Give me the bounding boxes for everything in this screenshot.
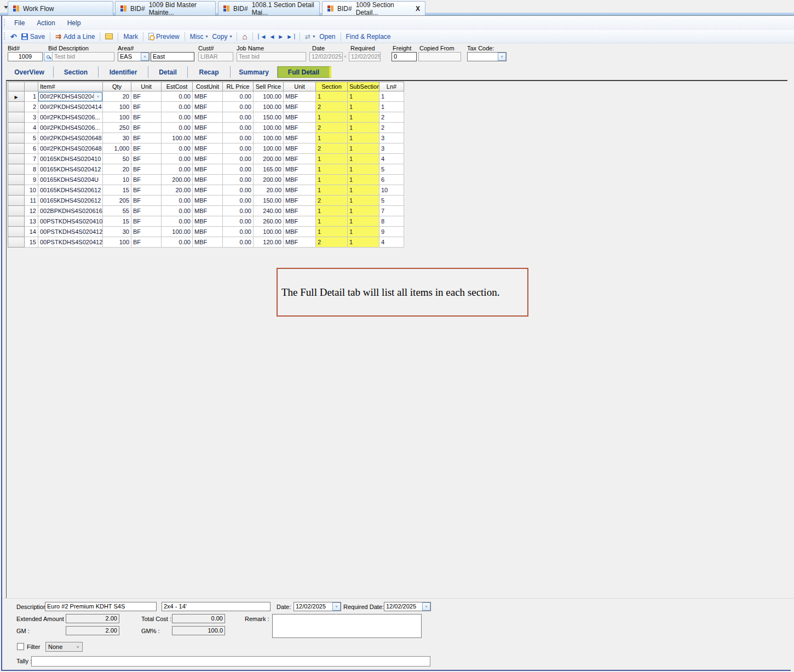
save-button[interactable]: Save — [19, 33, 47, 41]
nav-first-button[interactable]: ▏◀ — [256, 34, 268, 39]
grid-cell-ln[interactable]: 10 — [379, 185, 404, 196]
grid-cell-ln[interactable]: 2 — [379, 123, 404, 133]
grid-cell-cost-unit[interactable]: MBF — [193, 175, 223, 185]
grid-cell-qty[interactable]: 100 — [103, 237, 131, 248]
grid-cell-section[interactable]: 1 — [316, 227, 348, 237]
grid-cell-item[interactable]: 00#2PKDHS4S0206... — [38, 112, 103, 123]
grid-cell-sell-price[interactable]: 120.00 — [254, 237, 284, 248]
grid-cell-qty[interactable]: 20 — [103, 91, 131, 102]
grid-cell-est-cost[interactable]: 0.00 — [162, 143, 193, 154]
grid-cell-section[interactable]: 2 — [316, 196, 348, 206]
row-selector[interactable] — [8, 154, 25, 164]
grid-cell-ln[interactable]: 9 — [379, 227, 404, 237]
close-icon[interactable]: X — [416, 5, 420, 13]
grid-cell-unit[interactable]: BF — [131, 112, 162, 123]
grid-cell-num[interactable]: 14 — [25, 227, 38, 237]
grid-cell-ln[interactable]: 1 — [379, 91, 404, 102]
grid-cell-unit[interactable]: BF — [131, 102, 162, 112]
grid-cell-sell-price[interactable]: 150.00 — [254, 112, 284, 123]
grid-cell-section[interactable]: 1 — [316, 91, 348, 102]
tab-section-detail-1008[interactable]: BID# 1008.1 Section Detail Mai... — [218, 1, 320, 15]
description2-field[interactable]: 2x4 - 14' — [162, 602, 271, 611]
grid-cell-num[interactable]: 12 — [25, 206, 38, 216]
grid-cell-subsection[interactable]: 1 — [348, 154, 379, 164]
row-selector[interactable] — [8, 102, 25, 112]
grid-cell-item[interactable]: 002BPKDHS4S020616 — [38, 206, 103, 216]
chevron-down-icon[interactable]: ˅ — [73, 642, 82, 651]
grid-cell-unit[interactable]: BF — [131, 175, 162, 185]
customer-field[interactable]: LIBAR — [198, 52, 233, 61]
grid-cell-num[interactable]: 11 — [25, 196, 38, 206]
grid-cell-sell-price[interactable]: 165.00 — [254, 164, 284, 175]
grid-cell-unit[interactable]: BF — [131, 227, 162, 237]
grid-column-header-ln[interactable]: Ln# — [379, 82, 404, 91]
grid-cell-rl-price[interactable]: 0.00 — [223, 185, 254, 196]
grid-cell-sell-price[interactable]: 20.00 — [254, 185, 284, 196]
menu-file[interactable]: File — [8, 17, 31, 29]
grid-cell-unit[interactable]: BF — [131, 133, 162, 143]
grid-column-header-qty[interactable]: Qty — [103, 82, 131, 91]
grid-cell-sell-price[interactable]: 100.00 — [254, 227, 284, 237]
grid-cell-item[interactable]: 00165KDHS4S0204U — [38, 175, 103, 185]
grid-cell-rl-price[interactable]: 0.00 — [223, 143, 254, 154]
grid-cell-unit[interactable]: BF — [131, 216, 162, 227]
grid-cell-est-cost[interactable]: 0.00 — [162, 164, 193, 175]
grid-cell-section[interactable]: 1 — [316, 133, 348, 143]
tax-code-combo[interactable]: ˅ — [467, 52, 507, 61]
grid-column-header-est-cost[interactable]: EstCost — [162, 82, 193, 91]
grid-cell-subsection[interactable]: 1 — [348, 196, 379, 206]
grid-cell-est-cost[interactable]: 0.00 — [162, 216, 193, 227]
grid-cell-subsection[interactable]: 1 — [348, 175, 379, 185]
area-code-combo[interactable]: EAS ˅ — [118, 52, 149, 61]
nav-last-button[interactable]: ▶▕ — [285, 34, 297, 39]
grid-cell-section[interactable]: 1 — [316, 206, 348, 216]
grid-cell-subsection[interactable]: 1 — [348, 91, 379, 102]
job-name-field[interactable]: Test bid — [237, 52, 306, 61]
grid-cell-unit2[interactable]: MBF — [284, 175, 316, 185]
grid-cell-ln[interactable]: 7 — [379, 206, 404, 216]
grid-cell-ln[interactable]: 4 — [379, 237, 404, 248]
grid-cell-item[interactable]: 00#2PKDHS4S020648 — [38, 143, 103, 154]
grid-column-header-subsection[interactable]: SubSection — [348, 82, 379, 91]
grid-cell-num[interactable]: 10 — [25, 185, 38, 196]
grid-cell-unit2[interactable]: MBF — [284, 216, 316, 227]
grid-cell-qty[interactable]: 205 — [103, 196, 131, 206]
grid-cell-num[interactable]: 2 — [25, 102, 38, 112]
grid-cell-unit[interactable]: BF — [131, 237, 162, 248]
preview-button[interactable]: Preview — [146, 33, 182, 41]
grid-column-header-unit2[interactable]: Unit — [284, 82, 316, 91]
tab-detail[interactable]: Detail — [148, 66, 188, 78]
grid-cell-cost-unit[interactable]: MBF — [193, 206, 223, 216]
tab-summary[interactable]: Summary — [231, 66, 278, 78]
grid-cell-cost-unit[interactable]: MBF — [193, 216, 223, 227]
switch-dropdown-button[interactable]: ⇄ ▾ — [303, 33, 317, 41]
row-selector[interactable] — [8, 143, 25, 154]
grid-cell-section[interactable]: 1 — [316, 175, 348, 185]
grid-cell-num[interactable]: 15 — [25, 237, 38, 248]
grid-cell-section[interactable]: 1 — [316, 164, 348, 175]
nav-next-button[interactable]: ▶ — [276, 34, 285, 39]
grid-cell-subsection[interactable]: 1 — [348, 102, 379, 112]
grid-cell-item[interactable]: 00165KDHS4S020412 — [38, 164, 103, 175]
grid-cell-unit[interactable]: BF — [131, 143, 162, 154]
grid-cell-sell-price[interactable]: 100.00 — [254, 133, 284, 143]
grid-cell-est-cost[interactable]: 0.00 — [162, 237, 193, 248]
grid-corner-header[interactable] — [25, 82, 38, 91]
grid-cell-qty[interactable]: 10 — [103, 175, 131, 185]
grid-cell-ln[interactable]: 4 — [379, 154, 404, 164]
grid-cell-subsection[interactable]: 1 — [348, 216, 379, 227]
row-selector[interactable] — [8, 175, 25, 185]
grid-cell-ln[interactable]: 3 — [379, 133, 404, 143]
grid-cell-rl-price[interactable]: 0.00 — [223, 154, 254, 164]
grid-cell-qty[interactable]: 15 — [103, 216, 131, 227]
grid-cell-unit[interactable]: BF — [131, 196, 162, 206]
grid-cell-sell-price[interactable]: 100.00 — [254, 123, 284, 133]
row-selector[interactable] — [8, 112, 25, 123]
grid-column-header-cost-unit[interactable]: CostUnit — [193, 82, 223, 91]
grid-cell-cost-unit[interactable]: MBF — [193, 91, 223, 102]
description-field[interactable]: Euro #2 Premium KDHT S4S — [45, 602, 157, 611]
grid-cell-subsection[interactable]: 1 — [348, 133, 379, 143]
grid-cell-sell-price[interactable]: 100.00 — [254, 143, 284, 154]
tab-overview[interactable]: OverView — [5, 66, 54, 78]
grid-cell-unit[interactable]: BF — [131, 185, 162, 196]
